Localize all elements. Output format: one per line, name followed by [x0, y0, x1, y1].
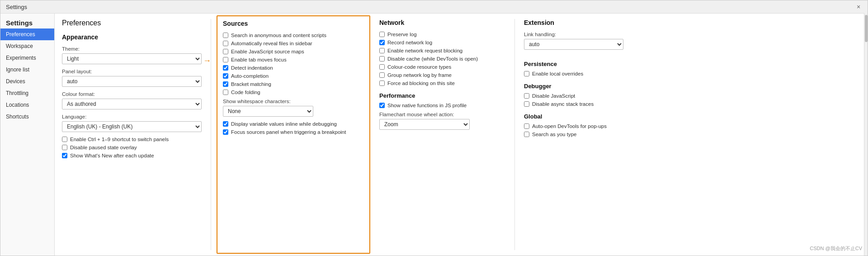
disable-paused-checkbox[interactable]: [62, 145, 67, 150]
theme-select[interactable]: Light Dark System preference: [62, 53, 202, 64]
search-anon-checkbox[interactable]: [223, 33, 228, 38]
sidebar-item-workspace[interactable]: Workspace: [0, 40, 54, 52]
group-network-checkbox[interactable]: [379, 72, 385, 78]
sidebar-item-experiments[interactable]: Experiments: [0, 52, 54, 64]
colour-format-select[interactable]: As authored HEX RGB HSL: [62, 99, 202, 109]
disable-cache-checkbox[interactable]: [379, 56, 385, 62]
content-area: Preferences Appearance Theme: Light Dark…: [55, 14, 868, 256]
panel-layout-label: Panel layout:: [62, 69, 202, 74]
debugger-section: Debugger Disable JavaScript Disable asyn…: [524, 83, 669, 107]
auto-completion-checkbox[interactable]: [223, 73, 228, 79]
disable-async-row: Disable async stack traces: [524, 101, 669, 107]
search-anon-label: Search in anonymous and content scripts: [231, 33, 326, 38]
disable-async-label: Disable async stack traces: [532, 101, 594, 107]
enable-local-overrides-label: Enable local overrides: [532, 71, 583, 76]
panel-layout-select[interactable]: auto horizontal vertical: [62, 76, 202, 87]
disable-js-checkbox[interactable]: [524, 93, 529, 99]
global-section: Global Auto-open DevTools for pop-ups Se…: [524, 113, 669, 137]
detect-indentation-row: Detect indentation: [223, 65, 364, 71]
debugger-header: Debugger: [524, 83, 669, 90]
force-ad-blocking-row: Force ad blocking on this site: [379, 81, 505, 86]
show-native-functions-checkbox[interactable]: [379, 103, 385, 108]
close-button[interactable]: ×: [855, 3, 862, 10]
language-select[interactable]: English (UK) - English (UK) English (US): [62, 121, 202, 132]
record-network-checkbox[interactable]: [379, 40, 385, 45]
colour-code-label: Colour-code resource types: [387, 64, 451, 70]
detect-indentation-label: Detect indentation: [231, 65, 273, 71]
extension-column: Extension Link handling: auto Custom Per…: [515, 19, 669, 250]
sidebar-item-ignore-list[interactable]: Ignore list: [0, 64, 54, 76]
auto-open-devtools-label: Auto-open DevTools for pop-ups: [532, 123, 607, 129]
extension-header: Extension: [524, 19, 669, 26]
code-folding-checkbox[interactable]: [223, 90, 228, 95]
preserve-log-checkbox[interactable]: [379, 32, 385, 37]
flamechart-select[interactable]: Zoom Scroll: [379, 119, 470, 130]
colour-code-row: Colour-code resource types: [379, 64, 505, 70]
sources-header: Sources: [223, 20, 364, 27]
language-label: Language:: [62, 114, 202, 119]
appearance-column: Preferences Appearance Theme: Light Dark…: [62, 19, 211, 250]
sidebar-item-preferences[interactable]: Preferences: [0, 28, 54, 40]
persistence-section: Persistence Enable local overrides: [524, 61, 669, 76]
search-as-you-type-checkbox[interactable]: [524, 132, 529, 137]
record-network-row: Record network log: [379, 40, 505, 45]
auto-reveal-row: Automatically reveal files in sidebar: [223, 41, 364, 46]
sidebar-item-devices[interactable]: Devices: [0, 76, 54, 87]
auto-open-devtools-checkbox[interactable]: [524, 123, 529, 129]
disable-js-row: Disable JavaScript: [524, 93, 669, 99]
display-variable-checkbox[interactable]: [223, 121, 228, 127]
auto-open-devtools-row: Auto-open DevTools for pop-ups: [524, 123, 669, 129]
colour-code-checkbox[interactable]: [379, 64, 385, 70]
js-source-maps-label: Enable JavaScript source maps: [231, 49, 304, 54]
auto-completion-label: Auto-completion: [231, 73, 269, 79]
network-header: Network: [379, 19, 505, 26]
focus-sources-row: Focus sources panel when triggering a br…: [223, 129, 364, 135]
search-as-you-type-row: Search as you type: [524, 132, 669, 137]
main-layout: Settings Preferences Workspace Experimen…: [0, 14, 868, 256]
force-ad-blocking-label: Force ad blocking on this site: [387, 81, 455, 86]
performance-header: Performance: [379, 92, 505, 99]
sidebar-item-throttling[interactable]: Throttling: [0, 87, 54, 99]
js-source-maps-checkbox[interactable]: [223, 49, 228, 54]
auto-reveal-checkbox[interactable]: [223, 41, 228, 46]
ctrl-shortcut-label: Enable Ctrl + 1–9 shortcut to switch pan…: [70, 137, 169, 142]
enable-request-blocking-checkbox[interactable]: [379, 48, 385, 53]
sidebar-item-locations[interactable]: Locations: [0, 99, 54, 111]
tab-moves-focus-label: Enable tab moves focus: [231, 57, 287, 62]
sidebar: Settings Preferences Workspace Experimen…: [0, 14, 55, 256]
sidebar-item-shortcuts[interactable]: Shortcuts: [0, 111, 54, 123]
js-source-maps-row: Enable JavaScript source maps: [223, 49, 364, 54]
whats-new-checkbox[interactable]: [62, 153, 67, 158]
ctrl-shortcut-checkbox[interactable]: [62, 137, 67, 142]
detect-indentation-checkbox[interactable]: [223, 65, 228, 71]
arrow-indicator: →: [203, 56, 211, 66]
group-network-label: Group network log by frame: [387, 72, 452, 78]
tab-moves-focus-checkbox[interactable]: [223, 57, 228, 62]
persistence-header: Persistence: [524, 61, 669, 67]
title-bar-text: Settings: [6, 4, 855, 10]
scrollbar-track[interactable]: [864, 14, 868, 256]
sidebar-title: Settings: [0, 15, 54, 28]
settings-window: Settings × Settings Preferences Workspac…: [0, 0, 868, 256]
appearance-header: Appearance: [62, 33, 202, 41]
bracket-matching-label: Bracket matching: [231, 81, 271, 87]
whitespace-select[interactable]: None All Trailing: [223, 106, 313, 117]
watermark: CSDN @我会的不止CV: [810, 245, 862, 252]
force-ad-blocking-checkbox[interactable]: [379, 81, 385, 86]
performance-section: Performance Show native functions in JS …: [379, 92, 505, 134]
preserve-log-label: Preserve log: [387, 32, 417, 37]
page-title: Preferences: [62, 19, 202, 27]
auto-completion-row: Auto-completion: [223, 73, 364, 79]
link-handling-select[interactable]: auto Custom: [524, 39, 623, 50]
disable-async-checkbox[interactable]: [524, 101, 529, 107]
link-handling-label: Link handling:: [524, 32, 669, 37]
focus-sources-checkbox[interactable]: [223, 129, 228, 135]
search-anon-row: Search in anonymous and content scripts: [223, 33, 364, 38]
focus-sources-label: Focus sources panel when triggering a br…: [231, 129, 346, 135]
auto-reveal-label: Automatically reveal files in sidebar: [231, 41, 312, 46]
scrollbar-thumb[interactable]: [865, 15, 868, 42]
bracket-matching-checkbox[interactable]: [223, 81, 228, 87]
network-column: Network Preserve log Record network log …: [370, 19, 515, 250]
enable-request-blocking-row: Enable network request blocking: [379, 48, 505, 53]
enable-local-overrides-checkbox[interactable]: [524, 71, 529, 76]
